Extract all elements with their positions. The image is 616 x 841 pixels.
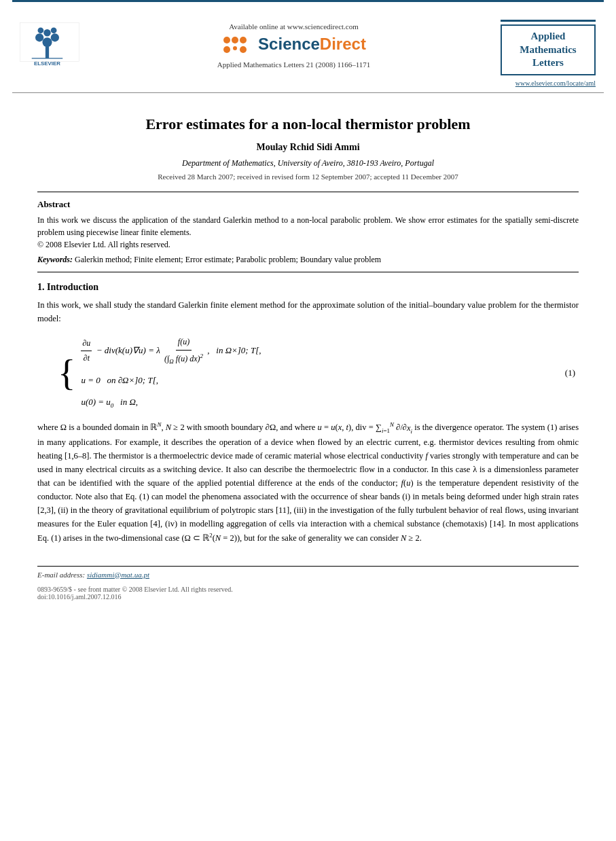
copyright: © 2008 Elsevier Ltd. All rights reserved… <box>37 240 170 249</box>
email-footnote: E-mail address: sidiammi@mat.ua.pt <box>37 571 579 579</box>
svg-point-13 <box>223 46 230 53</box>
equation-content: { ∂u ∂t − div(k(u)∇u) = λ <box>58 335 565 410</box>
main-content: Error estimates for a non-local thermist… <box>0 93 616 614</box>
journal-name-box: Applied Mathematics Letters <box>501 24 596 75</box>
affiliation: Department of Mathematics, University of… <box>37 158 579 168</box>
article-title: Error estimates for a non-local thermist… <box>37 115 579 135</box>
svg-point-5 <box>43 29 51 37</box>
issn-text: 0893-9659/$ - see front matter © 2008 El… <box>37 586 579 601</box>
received-dates: Received 28 March 2007; received in revi… <box>37 173 579 181</box>
sciencedirect-dots-icon <box>221 33 254 55</box>
body-paragraph-2: where Ω is a bounded domain in ℝN, N ≥ 2… <box>37 420 579 545</box>
abstract-bottom-divider <box>37 272 579 272</box>
abstract-section: Abstract In this work we discuss the app… <box>37 199 579 265</box>
journal-title: Applied Mathematics Letters <box>509 30 587 70</box>
sciencedirect-logo: ScienceDirect <box>221 33 366 55</box>
eq-line-3: u(0) = u0 in Ω, <box>81 394 261 411</box>
keywords-label: Keywords: <box>37 255 73 264</box>
sciencedirect-text: ScienceDirect <box>258 35 366 54</box>
section1-heading: 1. Introduction <box>37 282 579 293</box>
footer-section: E-mail address: sidiammi@mat.ua.pt 0893-… <box>37 566 579 601</box>
left-brace: { <box>58 354 75 391</box>
abstract-text: In this work we discuss the application … <box>37 214 579 251</box>
equation-system: { ∂u ∂t − div(k(u)∇u) = λ <box>58 335 565 410</box>
header-center: Available online at www.sciencedirect.co… <box>101 20 487 69</box>
journal-citation: Applied Mathematics Letters 21 (2008) 11… <box>217 60 371 69</box>
svg-point-4 <box>51 33 59 41</box>
elsevier-logo: ELSEVIER <box>12 20 87 67</box>
equation-lines: ∂u ∂t − div(k(u)∇u) = λ f(u) (∫Ω f(u) dx… <box>81 335 261 410</box>
keywords-text: Galerkin method; Finite element; Error e… <box>75 255 381 264</box>
svg-point-6 <box>38 27 44 33</box>
top-border <box>12 0 604 2</box>
right-top-border <box>501 20 596 22</box>
author-name: Moulay Rchid Sidi Ammi <box>37 142 579 153</box>
email-link[interactable]: sidiammi@mat.ua.pt <box>87 571 149 579</box>
journal-url-link[interactable]: www.elsevier.com/locate/aml <box>515 79 596 87</box>
svg-point-11 <box>232 37 238 43</box>
keywords: Keywords: Galerkin method; Finite elemen… <box>37 255 579 265</box>
eq-line-1: ∂u ∂t − div(k(u)∇u) = λ f(u) (∫Ω f(u) dx… <box>81 335 261 367</box>
svg-text:ELSEVIER: ELSEVIER <box>34 60 60 67</box>
elsevier-logo-area: ELSEVIER <box>12 20 101 67</box>
eq-line-2: u = 0 on ∂Ω×]0; T[, <box>81 372 261 388</box>
header: ELSEVIER Available online at www.science… <box>0 7 616 87</box>
svg-point-10 <box>223 37 230 43</box>
svg-point-14 <box>233 46 237 50</box>
svg-point-2 <box>43 37 52 47</box>
svg-point-15 <box>240 46 247 53</box>
svg-point-12 <box>240 37 247 43</box>
abstract-heading: Abstract <box>37 199 579 210</box>
abstract-top-divider <box>37 192 579 192</box>
header-right: Applied Mathematics Letters www.elsevier… <box>487 20 596 87</box>
equation-1-block: { ∂u ∂t − div(k(u)∇u) = λ <box>58 335 579 410</box>
svg-point-3 <box>35 33 43 41</box>
intro-paragraph: In this work, we shall study the standar… <box>37 298 579 325</box>
page: ELSEVIER Available online at www.science… <box>0 0 616 841</box>
available-online-text: Available online at www.sciencedirect.co… <box>229 22 359 31</box>
svg-point-7 <box>51 27 57 33</box>
svg-rect-1 <box>46 46 49 58</box>
email-label: E-mail address: <box>37 571 85 579</box>
equation-number: (1) <box>565 368 579 378</box>
